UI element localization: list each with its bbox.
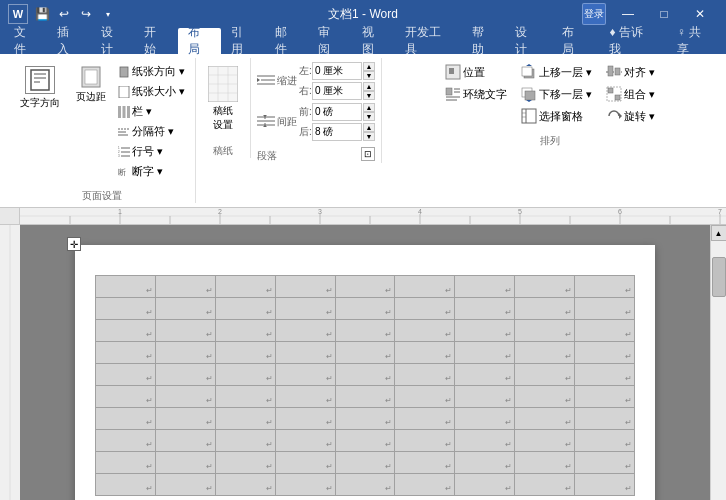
wrap-text-btn[interactable]: 环绕文字 (441, 84, 511, 104)
table-cell[interactable]: ↵ (395, 452, 455, 474)
hyphenation-btn[interactable]: 断 断字 ▾ (114, 162, 189, 181)
table-cell[interactable]: ↵ (275, 364, 335, 386)
paragraph-expand-btn[interactable]: ⊡ (361, 147, 375, 161)
indent-left-input[interactable] (312, 62, 362, 80)
table-cell[interactable]: ↵ (96, 452, 156, 474)
table-cell[interactable]: ↵ (395, 298, 455, 320)
indent-right-input[interactable] (312, 82, 362, 100)
table-cell[interactable]: ↵ (455, 386, 515, 408)
table-cell[interactable]: ↵ (515, 452, 575, 474)
move-forward-btn[interactable]: 上移一层 ▾ (517, 62, 596, 82)
table-cell[interactable]: ↵ (395, 474, 455, 496)
table-cell[interactable]: ↵ (515, 386, 575, 408)
redo-btn[interactable]: ↪ (76, 4, 96, 24)
table-cell[interactable]: ↵ (575, 298, 635, 320)
spacing-after-down[interactable]: ▼ (363, 132, 375, 141)
table-cell[interactable]: ↵ (575, 364, 635, 386)
table-cell[interactable]: ↵ (515, 408, 575, 430)
table-cell[interactable]: ↵ (275, 408, 335, 430)
table-cell[interactable]: ↵ (275, 474, 335, 496)
scroll-thumb[interactable] (712, 257, 726, 297)
table-cell[interactable]: ↵ (395, 386, 455, 408)
table-cell[interactable]: ↵ (96, 276, 156, 298)
scroll-up-btn[interactable]: ▲ (711, 225, 727, 241)
table-cell[interactable]: ↵ (395, 364, 455, 386)
table-cell[interactable]: ↵ (335, 408, 395, 430)
customize-quick-access[interactable]: ▾ (98, 4, 118, 24)
spacing-before-up[interactable]: ▲ (363, 103, 375, 112)
spacing-before-down[interactable]: ▼ (363, 112, 375, 121)
table-cell[interactable]: ↵ (575, 386, 635, 408)
table-cell[interactable]: ↵ (215, 474, 275, 496)
tab-start[interactable]: 开始 (134, 28, 177, 54)
table-cell[interactable]: ↵ (215, 364, 275, 386)
table-cell[interactable]: ↵ (96, 408, 156, 430)
table-cell[interactable]: ↵ (455, 452, 515, 474)
table-cell[interactable]: ↵ (275, 298, 335, 320)
indent-right-down[interactable]: ▼ (363, 91, 375, 100)
spacing-after-up[interactable]: ▲ (363, 123, 375, 132)
table-cell[interactable]: ↵ (395, 408, 455, 430)
table-cell[interactable]: ↵ (575, 452, 635, 474)
login-button[interactable]: 登录 (582, 3, 606, 25)
table-cell[interactable]: ↵ (96, 474, 156, 496)
table-cell[interactable]: ↵ (455, 364, 515, 386)
table-cell[interactable]: ↵ (515, 298, 575, 320)
margins-btn[interactable]: 页边距 (70, 62, 112, 108)
paper-setup-btn[interactable]: 稿纸设置 (202, 62, 244, 136)
table-cell[interactable]: ↵ (155, 408, 215, 430)
table-cell[interactable]: ↵ (155, 452, 215, 474)
columns-btn[interactable]: 栏 ▾ (114, 102, 189, 121)
table-cell[interactable]: ↵ (155, 342, 215, 364)
table-cell[interactable]: ↵ (455, 474, 515, 496)
table-cell[interactable]: ↵ (275, 386, 335, 408)
table-cell[interactable]: ↵ (515, 474, 575, 496)
spacing-before-input[interactable] (312, 103, 362, 121)
table-cell[interactable]: ↵ (455, 430, 515, 452)
table-cell[interactable]: ↵ (215, 452, 275, 474)
rotate-btn[interactable]: 旋转 ▾ (602, 106, 659, 126)
move-backward-btn[interactable]: 下移一层 ▾ (517, 84, 596, 104)
select-pane-btn[interactable]: 选择窗格 (517, 106, 596, 126)
position-btn[interactable]: 位置 (441, 62, 511, 82)
table-cell[interactable]: ↵ (335, 386, 395, 408)
table-cell[interactable]: ↵ (395, 430, 455, 452)
table-cell[interactable]: ↵ (455, 408, 515, 430)
table-cell[interactable]: ↵ (155, 320, 215, 342)
spacing-after-input[interactable] (312, 123, 362, 141)
table-cell[interactable]: ↵ (96, 342, 156, 364)
table-cell[interactable]: ↵ (395, 276, 455, 298)
paper-size-btn[interactable]: 纸张大小 ▾ (114, 82, 189, 101)
tab-layout2[interactable]: 布局 (552, 28, 595, 54)
tab-design[interactable]: 设计 (91, 28, 134, 54)
tab-layout[interactable]: 布局 (178, 28, 221, 54)
table-cell[interactable]: ↵ (96, 320, 156, 342)
table-cell[interactable]: ↵ (395, 342, 455, 364)
table-cell[interactable]: ↵ (455, 342, 515, 364)
table-cell[interactable]: ↵ (215, 430, 275, 452)
indent-left-up[interactable]: ▲ (363, 62, 375, 71)
undo-btn[interactable]: ↩ (54, 4, 74, 24)
table-cell[interactable]: ↵ (215, 276, 275, 298)
tab-cite[interactable]: 引用 (221, 28, 264, 54)
table-cell[interactable]: ↵ (335, 364, 395, 386)
table-cell[interactable]: ↵ (96, 364, 156, 386)
table-cell[interactable]: ↵ (275, 276, 335, 298)
table-cell[interactable]: ↵ (155, 386, 215, 408)
table-cell[interactable]: ↵ (275, 320, 335, 342)
table-cell[interactable]: ↵ (515, 320, 575, 342)
table-cell[interactable]: ↵ (335, 474, 395, 496)
tab-help[interactable]: 帮助 (462, 28, 505, 54)
table-cell[interactable]: ↵ (335, 452, 395, 474)
table-cell[interactable]: ↵ (215, 298, 275, 320)
table-cell[interactable]: ↵ (155, 276, 215, 298)
tab-mail[interactable]: 邮件 (265, 28, 308, 54)
table-cell[interactable]: ↵ (455, 298, 515, 320)
table-cell[interactable]: ↵ (575, 430, 635, 452)
table-cell[interactable]: ↵ (96, 430, 156, 452)
group-btn[interactable]: 组合 ▾ (602, 84, 659, 104)
table-cell[interactable]: ↵ (455, 320, 515, 342)
table-cell[interactable]: ↵ (335, 298, 395, 320)
tab-review[interactable]: 审阅 (308, 28, 351, 54)
table-cell[interactable]: ↵ (515, 276, 575, 298)
